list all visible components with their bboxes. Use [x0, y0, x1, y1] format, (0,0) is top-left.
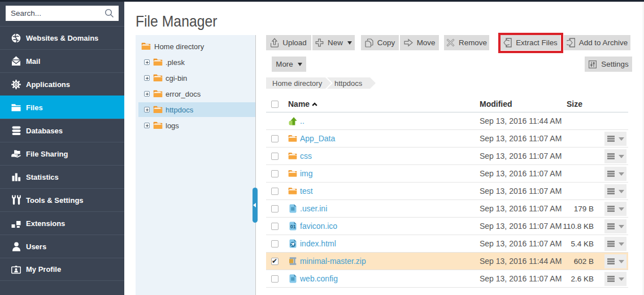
svg-text:01: 01	[290, 224, 295, 229]
